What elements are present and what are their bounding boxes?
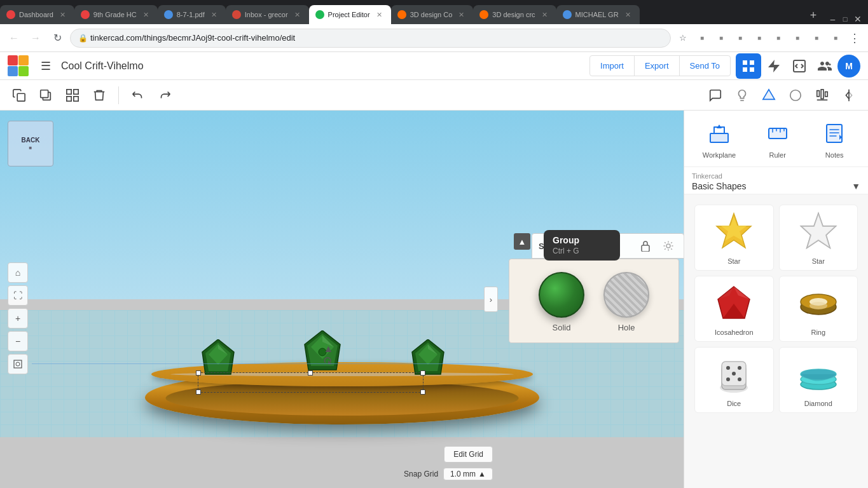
add-user-button[interactable] xyxy=(812,53,837,79)
svg-rect-1 xyxy=(750,60,754,65)
view-cube-hint: ■ xyxy=(29,145,32,151)
extension-icon-7[interactable]: ■ xyxy=(808,30,825,46)
fit-view-button[interactable]: ⛶ xyxy=(8,285,28,306)
tab-close-inbox[interactable]: ✕ xyxy=(292,10,303,20)
home-view-button[interactable]: ⌂ xyxy=(8,262,28,283)
svg-rect-2 xyxy=(743,67,747,72)
extension-icon-6[interactable]: ■ xyxy=(789,30,806,46)
address-bar[interactable]: 🔒 tinkercad.com/things/becmrJAoj9t-cool-… xyxy=(70,29,671,48)
forward-button[interactable]: → xyxy=(27,29,45,47)
minimize-button[interactable]: ‒ xyxy=(827,14,837,24)
build-button[interactable] xyxy=(761,53,787,79)
app: ☰ Cool Crift-Vihelmo Import Export Send … xyxy=(0,52,868,488)
hamburger-button[interactable]: ☰ xyxy=(36,56,56,76)
svg-point-53 xyxy=(726,366,730,370)
expand-panel-button[interactable]: › xyxy=(484,287,498,312)
hole-option[interactable]: Hole xyxy=(603,272,649,332)
speech-bubble-button[interactable] xyxy=(704,84,727,107)
redo-button[interactable] xyxy=(153,84,176,107)
shape-item-star-yellow[interactable]: Star xyxy=(694,205,774,271)
tab-close-9th-grade[interactable]: ✕ xyxy=(141,10,151,20)
shape-item-icosahedron[interactable]: Icosahedron xyxy=(694,276,774,342)
up-arrow-handle[interactable]: ▲ xyxy=(324,343,334,355)
shapes-category-selector[interactable]: Basic Shapes ▼ xyxy=(692,181,860,191)
tinkercad-logo[interactable] xyxy=(8,55,31,76)
copy-button[interactable] xyxy=(8,84,31,107)
extension-icon-3[interactable]: ■ xyxy=(732,30,748,46)
tab-close-3d-design-co[interactable]: ✕ xyxy=(456,10,467,20)
extension-icon-2[interactable]: ■ xyxy=(713,30,729,46)
maximize-button[interactable]: □ xyxy=(840,14,850,24)
shape-item-dice[interactable]: Dice xyxy=(694,347,774,413)
bookmark-button[interactable]: ☆ xyxy=(675,30,691,46)
tab-3d-design-cr[interactable]: 3D design crc ✕ xyxy=(473,5,556,24)
snap-value-text: 1.0 mm xyxy=(450,470,476,478)
tab-favicon-8-7-1 xyxy=(164,10,173,19)
view-cube[interactable]: BACK ■ xyxy=(8,121,53,166)
tab-9th-grade[interactable]: 9th Grade HC ✕ xyxy=(74,5,158,24)
svg-rect-33 xyxy=(710,133,728,142)
tab-project-editor[interactable]: Project Editor ✕ xyxy=(309,5,391,24)
scroll-up-button[interactable]: ▲ xyxy=(514,233,530,250)
toolbar-divider-1 xyxy=(118,86,119,104)
circle-button[interactable] xyxy=(784,84,807,107)
profile-button[interactable]: M xyxy=(837,55,860,78)
extension-icon-5[interactable]: ■ xyxy=(770,30,787,46)
snap-value-button[interactable]: 1.0 mm ▲ xyxy=(443,468,493,480)
visibility-button[interactable] xyxy=(659,237,677,255)
tab-close-3d-design-cr[interactable]: ✕ xyxy=(539,10,550,20)
perspective-button[interactable] xyxy=(8,354,28,374)
solid-option[interactable]: Solid xyxy=(539,272,584,332)
canvas-area[interactable]: ↻ ▲ BACK ■ ⌂ ⛶ + − xyxy=(0,111,684,488)
tab-dashboard[interactable]: Dashboard ✕ xyxy=(0,5,74,24)
code-button[interactable] xyxy=(787,53,812,79)
align-button[interactable] xyxy=(811,84,834,107)
ring-thumb xyxy=(796,281,841,326)
star-outline-thumb xyxy=(796,210,841,255)
shape-item-ring[interactable]: Ring xyxy=(779,276,858,342)
tab-close-dashboard[interactable]: ✕ xyxy=(57,10,68,20)
workplane-button[interactable]: Workplane xyxy=(703,118,736,159)
ruler-button[interactable]: Ruler xyxy=(762,118,793,159)
left-view-tools: ⌂ ⛶ + − xyxy=(8,262,28,374)
notes-button[interactable]: Notes xyxy=(819,118,850,159)
tab-michael-gr[interactable]: MICHAEL GR ✕ xyxy=(556,5,640,24)
tab-close-8-7-1[interactable]: ✕ xyxy=(209,10,219,20)
undo-button[interactable] xyxy=(127,84,149,107)
back-button[interactable]: ← xyxy=(5,29,23,47)
export-button[interactable]: Export xyxy=(635,56,680,76)
extension-icon-4[interactable]: ■ xyxy=(751,30,768,46)
more-options-button[interactable]: ⋮ xyxy=(846,30,863,46)
rotate-handle[interactable]: ↻ xyxy=(323,353,333,367)
send-to-button[interactable]: Send To xyxy=(680,56,730,76)
edit-grid-button[interactable]: Edit Grid xyxy=(444,446,493,463)
mirror-button[interactable] xyxy=(837,84,860,107)
light-bulb-button[interactable] xyxy=(731,84,754,107)
new-tab-button[interactable]: + xyxy=(804,6,822,24)
ungroup-button[interactable] xyxy=(61,84,84,107)
tab-favicon-dashboard xyxy=(6,10,15,19)
close-button[interactable]: ✕ xyxy=(853,14,863,24)
icosahedron-label: Icosahedron xyxy=(715,329,754,336)
import-button[interactable]: Import xyxy=(590,56,635,76)
lock-button[interactable] xyxy=(637,237,654,255)
grid-view-button[interactable] xyxy=(736,53,761,79)
shape-item-star-outline[interactable]: Star xyxy=(779,205,858,271)
duplicate-button[interactable] xyxy=(34,84,57,107)
shape-item-diamond[interactable]: Diamond xyxy=(779,347,858,413)
tab-8-7-1[interactable]: 8-7-1.pdf ✕ xyxy=(158,5,226,24)
tab-close-michael-gr[interactable]: ✕ xyxy=(623,10,633,20)
reload-button[interactable]: ↻ xyxy=(48,29,66,47)
url-text: tinkercad.com/things/becmrJAoj9t-cool-cr… xyxy=(90,33,295,43)
delete-button[interactable] xyxy=(88,84,111,107)
shape-button[interactable] xyxy=(757,84,780,107)
right-panel-icons: Workplane Ruler xyxy=(684,111,868,167)
tab-close-project-editor[interactable]: ✕ xyxy=(374,10,385,20)
zoom-in-button[interactable]: + xyxy=(8,308,28,329)
extension-icon-1[interactable]: ■ xyxy=(694,30,710,46)
zoom-out-button[interactable]: − xyxy=(8,331,28,351)
tab-3d-design-co[interactable]: 3D design Co ✕ xyxy=(391,5,474,24)
extension-icon-8[interactable]: ■ xyxy=(827,30,844,46)
notes-label: Notes xyxy=(825,151,844,159)
tab-inbox[interactable]: Inbox - grecor ✕ xyxy=(226,5,309,24)
